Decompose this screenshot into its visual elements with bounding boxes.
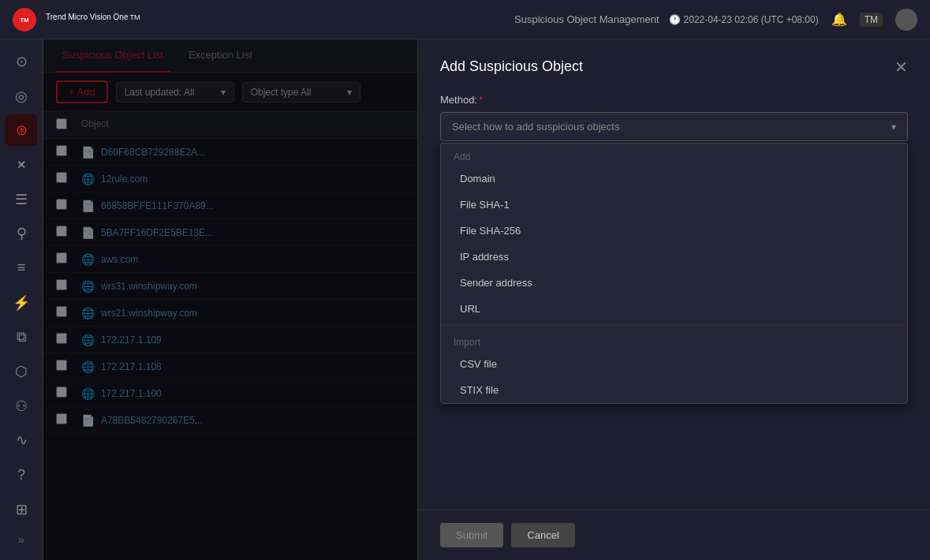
clock-icon: 🕐 — [669, 14, 681, 25]
add-group-label: Add — [441, 144, 907, 166]
required-indicator: * — [479, 94, 483, 106]
method-dropdown-trigger[interactable]: Select how to add suspicious objects ▾ — [440, 112, 908, 141]
list-icon: ≡ — [17, 259, 26, 276]
search-icon: ⚲ — [17, 225, 27, 242]
sidebar-item-alerts[interactable]: ◎ — [6, 80, 37, 112]
avatar[interactable] — [895, 9, 917, 31]
modal-footer: Submit Cancel — [418, 510, 930, 560]
dashboard-icon: ⊙ — [16, 53, 28, 70]
cancel-button[interactable]: Cancel — [511, 523, 574, 547]
modal-overlay: Add Suspicious Object ✕ Method: * Select… — [43, 39, 930, 560]
import-group-label: Import — [441, 329, 907, 351]
option-file-sha1[interactable]: File SHA-1 — [441, 192, 907, 218]
people-icon: ⚇ — [15, 398, 28, 415]
option-csv-file[interactable]: CSV file — [441, 351, 907, 377]
sidebar-item-help[interactable]: ? — [6, 459, 37, 491]
notification-icon[interactable]: 🔔 — [831, 12, 847, 27]
threats-icon: ⊛ — [16, 121, 28, 139]
option-file-sha256[interactable]: File SHA-256 — [441, 218, 907, 244]
xdr-icon: ✕ — [17, 159, 26, 171]
dropdown-divider — [441, 325, 907, 326]
sidebar-item-graph[interactable]: ⬡ — [6, 356, 37, 387]
graph-icon: ⬡ — [15, 363, 28, 380]
layers-icon: ⧉ — [17, 329, 27, 345]
sidebar-bottom: ? ⊞ » — [6, 459, 37, 560]
user-badge[interactable]: TM — [860, 13, 883, 27]
option-url[interactable]: URL — [441, 296, 907, 322]
modal-body: Method: * Select how to add suspicious o… — [418, 88, 930, 510]
method-dropdown-menu: Add Domain File SHA-1 File SHA-256 IP ad… — [440, 143, 908, 404]
app-logo: TM — [13, 8, 36, 32]
app-module-name: Suspicious Object Management — [514, 13, 659, 25]
main-layout: ⊙ ◎ ⊛ ✕ ☰ ⚲ ≡ ⚡ ⧉ ⬡ ⚇ ∿ — [0, 39, 930, 560]
sidebar-expand-button[interactable]: » — [6, 528, 37, 551]
sidebar-item-lightning[interactable]: ⚡ — [6, 287, 37, 319]
submit-button[interactable]: Submit — [440, 523, 503, 547]
header-right: 🕐 2022-04-23 02:06 (UTC +08:00) 🔔 TM — [669, 9, 917, 31]
settings-icon: ⊞ — [16, 501, 28, 518]
sidebar-item-dashboard[interactable]: ⊙ — [6, 46, 37, 77]
sidebar-item-list[interactable]: ≡ — [6, 252, 37, 284]
lightning-icon: ⚡ — [13, 294, 30, 312]
modal-title: Add Suspicious Object — [440, 58, 583, 75]
option-ip-address[interactable]: IP address — [441, 244, 907, 270]
wave-icon: ∿ — [16, 431, 28, 449]
sidebar-item-users[interactable]: ☰ — [6, 184, 37, 215]
sidebar-item-threats[interactable]: ⊛ — [6, 114, 37, 146]
app-title: Trend Micro Vision OneTM — [46, 13, 499, 27]
svg-text:TM: TM — [21, 17, 29, 24]
sidebar-item-settings[interactable]: ⊞ — [6, 494, 37, 525]
alerts-icon: ◎ — [15, 88, 28, 105]
dropdown-arrow-icon: ▾ — [891, 121, 896, 133]
modal-header: Add Suspicious Object ✕ — [418, 39, 930, 88]
users-icon: ☰ — [15, 191, 28, 208]
method-dropdown-wrapper: Select how to add suspicious objects ▾ A… — [440, 112, 908, 141]
sidebar-item-search[interactable]: ⚲ — [6, 218, 37, 249]
header-time: 🕐 2022-04-23 02:06 (UTC +08:00) — [669, 14, 819, 25]
method-label: Method: * — [440, 94, 908, 106]
sidebar: ⊙ ◎ ⊛ ✕ ☰ ⚲ ≡ ⚡ ⧉ ⬡ ⚇ ∿ — [0, 39, 43, 560]
option-domain[interactable]: Domain — [441, 166, 907, 192]
sidebar-item-people[interactable]: ⚇ — [6, 390, 37, 422]
modal-panel: Add Suspicious Object ✕ Method: * Select… — [417, 39, 930, 560]
sidebar-item-wave[interactable]: ∿ — [6, 424, 37, 456]
modal-close-button[interactable]: ✕ — [895, 59, 908, 75]
header: TM Trend Micro Vision OneTM Suspicious O… — [0, 0, 930, 39]
help-icon: ? — [17, 467, 25, 483]
content-area: Suspicious Object List Exception List + … — [43, 39, 930, 560]
sidebar-item-xdr[interactable]: ✕ — [6, 149, 37, 181]
expand-icon: » — [18, 533, 24, 546]
option-stix-file[interactable]: STIX file — [441, 377, 907, 403]
option-sender-address[interactable]: Sender address — [441, 270, 907, 296]
sidebar-item-layers[interactable]: ⧉ — [6, 321, 37, 353]
